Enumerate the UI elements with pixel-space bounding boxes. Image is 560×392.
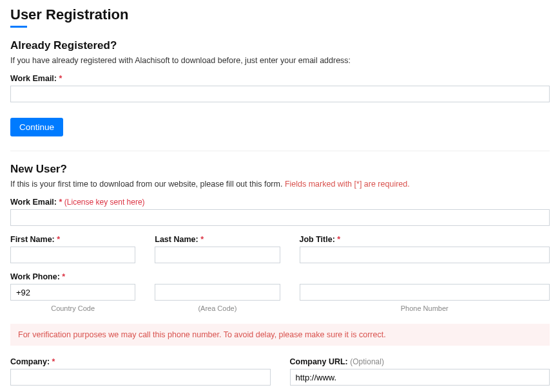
new-email-label-text: Work Email: <box>10 198 57 207</box>
first-name-input[interactable] <box>10 247 135 263</box>
new-user-desc: If this is your first time to download f… <box>10 180 550 189</box>
new-email-hint: (License key sent here) <box>64 198 145 207</box>
already-registered-heading: Already Registered? <box>10 39 550 52</box>
required-asterisk: * <box>337 235 340 244</box>
work-phone-label-text: Work Phone: <box>10 272 60 281</box>
company-input[interactable] <box>10 369 271 386</box>
last-name-label: Last Name: * <box>155 235 280 244</box>
required-asterisk: * <box>59 198 63 207</box>
new-email-input[interactable] <box>10 209 550 226</box>
last-name-input[interactable] <box>155 247 280 263</box>
company-url-label-text: Company URL: <box>290 357 348 366</box>
country-code-sublabel: Country Code <box>10 304 135 312</box>
area-code-input[interactable] <box>155 284 280 301</box>
company-url-optional: (Optional) <box>350 357 384 366</box>
new-email-label: Work Email: * (License key sent here) <box>10 198 550 207</box>
company-url-label: Company URL: (Optional) <box>290 357 550 366</box>
work-phone-label: Work Phone: * <box>10 272 550 281</box>
title-underline <box>10 26 27 28</box>
company-label: Company: * <box>10 357 271 366</box>
already-registered-desc: If you have already registered with Alac… <box>10 56 550 65</box>
section-divider <box>10 151 550 151</box>
already-email-input[interactable] <box>10 86 550 102</box>
new-user-heading: New User? <box>10 163 550 176</box>
job-title-input[interactable] <box>300 247 550 263</box>
already-email-label-text: Work Email: <box>10 74 57 83</box>
company-label-text: Company: <box>10 357 50 366</box>
last-name-label-text: Last Name: <box>155 235 198 244</box>
required-asterisk: * <box>52 357 55 366</box>
first-name-label: First Name: * <box>10 235 135 244</box>
continue-button[interactable]: Continue <box>10 118 63 136</box>
phone-verification-note: For verification purposes we may call th… <box>10 324 550 346</box>
required-asterisk: * <box>200 235 204 244</box>
first-name-label-text: First Name: <box>10 235 55 244</box>
country-code-input[interactable] <box>10 284 135 301</box>
area-code-sublabel: (Area Code) <box>155 304 280 312</box>
page-title: User Registration <box>10 6 550 23</box>
job-title-label: Job Title: * <box>300 235 550 244</box>
required-asterisk: * <box>59 74 63 83</box>
phone-number-input[interactable] <box>300 284 550 301</box>
new-user-desc-prefix: If this is your first time to download f… <box>10 180 285 189</box>
company-url-input[interactable] <box>290 369 550 386</box>
new-user-desc-required: Fields marked with [*] are required. <box>285 180 410 189</box>
required-asterisk: * <box>62 272 65 281</box>
phone-number-sublabel: Phone Number <box>300 304 550 312</box>
required-asterisk: * <box>57 235 60 244</box>
job-title-label-text: Job Title: <box>300 235 335 244</box>
already-email-label: Work Email: * <box>10 74 550 83</box>
